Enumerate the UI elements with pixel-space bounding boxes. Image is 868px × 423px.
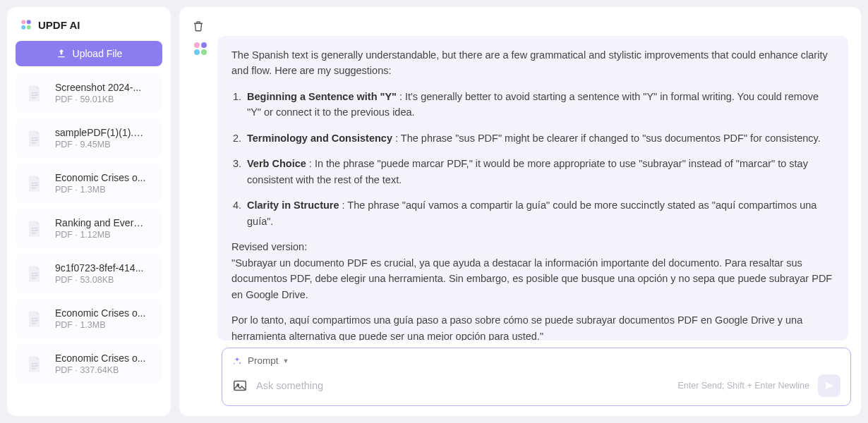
upload-icon [56,48,67,59]
file-icon [21,306,47,331]
chat-area: The Spanish text is generally understand… [192,36,851,341]
upload-label: Upload File [73,48,123,59]
message-points: Beginning a Sentence with "Y" : It's gen… [231,89,834,229]
file-name: Economic Crises o... [55,172,145,183]
file-meta: PDF · 9.45MB [55,140,147,149]
prompt-selector[interactable]: Prompt ▼ [232,355,840,366]
file-item[interactable]: Screenshot 2024-... PDF · 59.01KB [16,73,162,113]
file-item[interactable]: 9c1f0723-8fef-414... PDF · 53.08KB [16,254,162,293]
send-button[interactable] [818,374,840,397]
svg-rect-16 [32,320,38,321]
message-intro: The Spanish text is generally understand… [231,47,834,79]
file-icon [21,351,47,376]
svg-rect-13 [32,275,38,276]
chevron-down-icon: ▼ [283,357,289,364]
svg-rect-9 [32,228,38,229]
svg-rect-8 [32,188,36,189]
input-hint: Enter Send; Shift + Enter Newline [677,381,809,391]
input-zone: Prompt ▼ Enter Send; Shift + Enter Newli… [222,348,851,406]
list-item: Clarity in Structure : The phrase "aquí … [244,197,834,229]
svg-rect-0 [32,92,38,94]
svg-rect-19 [32,365,38,367]
delete-button[interactable] [191,18,206,36]
revised-block: Revised version:"Subrayar un documento P… [231,239,834,302]
sidebar: UPDF AI Upload File Screenshot 2024-... … [7,7,171,416]
file-name: samplePDF(1)(1).pdf [55,127,147,138]
file-icon [21,171,47,196]
file-meta: PDF · 59.01KB [55,94,141,104]
svg-rect-3 [32,137,38,139]
svg-rect-10 [32,230,38,231]
prompt-label: Prompt [248,355,279,366]
upload-file-button[interactable]: Upload File [16,41,162,66]
svg-rect-2 [32,97,36,99]
file-meta: PDF · 1.3MB [55,320,145,330]
svg-rect-7 [32,185,38,186]
svg-rect-5 [32,142,36,144]
file-list: Screenshot 2024-... PDF · 59.01KB sample… [16,73,162,384]
file-item[interactable]: Ranking and Everg... PDF · 1.12MB [16,209,162,248]
file-name: Screenshot 2024-... [55,82,141,93]
list-item: Verb Choice : In the phrase "puede marca… [244,156,834,188]
brand-title: UPDF AI [38,19,80,31]
chat-input[interactable] [256,380,669,391]
file-meta: PDF · 1.12MB [55,230,147,240]
file-meta: PDF · 1.3MB [55,185,145,195]
file-item[interactable]: Economic Crises o... PDF · 1.3MB [16,164,162,203]
svg-rect-11 [32,233,36,234]
svg-rect-6 [32,183,38,184]
list-item: Terminology and Consistency : The phrase… [244,130,834,146]
file-item[interactable]: Economic Crises o... PDF · 337.64KB [16,344,162,384]
svg-rect-17 [32,323,36,324]
revised-block-2: Por lo tanto, aquí compartimos una guía … [231,312,834,341]
svg-rect-1 [32,94,38,96]
bot-avatar-icon [192,40,209,57]
svg-rect-4 [32,140,38,141]
file-icon [21,80,47,106]
input-row: Enter Send; Shift + Enter Newline [232,374,840,397]
svg-rect-14 [32,278,36,279]
file-name: Ranking and Everg... [55,217,147,228]
file-name: 9c1f0723-8fef-414... [55,262,143,274]
file-meta: PDF · 337.64KB [55,365,145,375]
file-name: Economic Crises o... [55,352,145,364]
svg-rect-12 [32,273,38,274]
file-name: Economic Crises o... [55,307,145,319]
file-icon [21,125,47,151]
file-item[interactable]: samplePDF(1)(1).pdf PDF · 9.45MB [16,118,162,158]
file-meta: PDF · 53.08KB [55,275,143,285]
svg-rect-18 [32,363,38,364]
assistant-message: The Spanish text is generally understand… [217,36,848,341]
svg-rect-15 [32,318,38,319]
image-attach-icon[interactable] [232,378,248,393]
file-icon [21,216,47,241]
svg-rect-20 [32,368,36,369]
brand-logo-icon [20,18,32,31]
topbar [192,17,851,36]
sparkle-icon [232,356,242,366]
list-item: Beginning a Sentence with "Y" : It's gen… [244,89,834,121]
brand: UPDF AI [16,16,162,34]
file-icon [21,261,47,286]
main-panel: The Spanish text is generally understand… [179,7,861,416]
file-item[interactable]: Economic Crises o... PDF · 1.3MB [16,299,162,338]
